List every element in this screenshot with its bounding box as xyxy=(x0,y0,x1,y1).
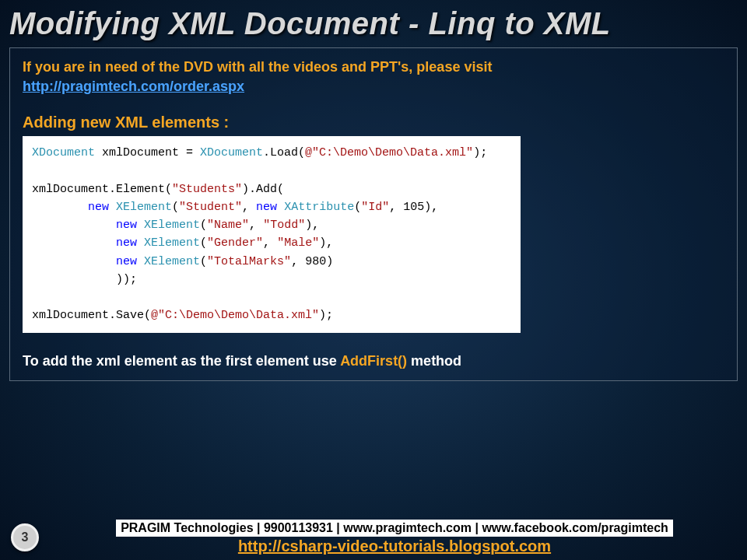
code-token: ( xyxy=(200,236,207,250)
code-token: .Load( xyxy=(263,146,305,159)
code-token: new xyxy=(256,201,277,214)
code-token: "Id" xyxy=(361,201,389,214)
content-box: If you are in need of the DVD with all t… xyxy=(9,47,738,381)
code-token: new xyxy=(116,255,137,268)
code-token: xmlDocument.Element( xyxy=(32,183,172,196)
code-token: ); xyxy=(319,309,333,322)
code-token: "TotalMarks" xyxy=(207,255,291,268)
code-token: XElement xyxy=(144,236,200,250)
footnote-post: method xyxy=(407,353,461,369)
code-token: , 980) xyxy=(291,255,333,268)
code-block: XDocument xmlDocument = XDocument.Load(@… xyxy=(23,136,521,333)
code-token: new xyxy=(116,236,137,250)
code-token: new xyxy=(116,219,137,232)
code-token xyxy=(32,219,116,232)
code-token: xmlDocument.Save( xyxy=(32,309,151,322)
code-token: ); xyxy=(473,146,487,159)
footnote: To add the xml element as the first elem… xyxy=(23,353,724,369)
code-token: XElement xyxy=(144,219,200,232)
code-token: ), xyxy=(319,236,333,250)
code-token: , xyxy=(249,219,263,232)
code-token: new xyxy=(88,201,109,214)
page-number-badge: 3 xyxy=(11,523,39,551)
code-token: "Male" xyxy=(277,236,319,250)
code-token: XDocument xyxy=(32,146,95,159)
code-token: , xyxy=(242,201,256,214)
code-token xyxy=(32,255,116,268)
company-line: PRAGIM Technologies | 9900113931 | www.p… xyxy=(116,520,673,537)
code-token: , xyxy=(263,236,277,250)
code-token: ( xyxy=(200,219,207,232)
footer-text: PRAGIM Technologies | 9900113931 | www.p… xyxy=(53,520,736,555)
code-token xyxy=(137,255,144,268)
code-token xyxy=(137,219,144,232)
code-token xyxy=(109,201,116,214)
code-token: ), xyxy=(305,219,319,232)
order-link[interactable]: http://pragimtech.com/order.aspx xyxy=(23,79,244,95)
code-token: ).Add( xyxy=(242,183,284,196)
code-token xyxy=(277,201,284,214)
code-token: ( xyxy=(200,255,207,268)
code-token: @"C:\Demo\Demo\Data.xml" xyxy=(151,309,319,322)
footnote-pre: To add the xml element as the first elem… xyxy=(23,353,340,369)
code-token: XDocument xyxy=(200,146,263,159)
code-token: "Name" xyxy=(207,219,249,232)
code-token: "Gender" xyxy=(207,236,263,250)
footer: 3 PRAGIM Technologies | 9900113931 | www… xyxy=(0,520,747,555)
code-token xyxy=(32,236,116,250)
code-token: , 105), xyxy=(389,201,438,214)
code-token: "Todd" xyxy=(263,219,305,232)
code-token: XElement xyxy=(144,255,200,268)
code-token: XElement xyxy=(116,201,172,214)
code-token: "Students" xyxy=(172,183,242,196)
code-token: xmlDocument = xyxy=(95,146,200,159)
intro-text: If you are in need of the DVD with all t… xyxy=(23,58,724,77)
code-token: "Student" xyxy=(179,201,242,214)
code-token: ( xyxy=(172,201,179,214)
code-token xyxy=(32,201,88,214)
code-token: @"C:\Demo\Demo\Data.xml" xyxy=(305,146,473,159)
section-heading: Adding new XML elements : xyxy=(23,114,724,131)
slide-title: Modifying XML Document - Linq to XML xyxy=(0,0,747,44)
code-token: )); xyxy=(32,273,137,286)
code-token xyxy=(137,236,144,250)
code-token: XAttribute xyxy=(284,201,354,214)
footnote-highlight: AddFirst() xyxy=(340,353,407,369)
code-token: ( xyxy=(354,201,361,214)
blog-link[interactable]: http://csharp-video-tutorials.blogspot.c… xyxy=(53,537,736,555)
